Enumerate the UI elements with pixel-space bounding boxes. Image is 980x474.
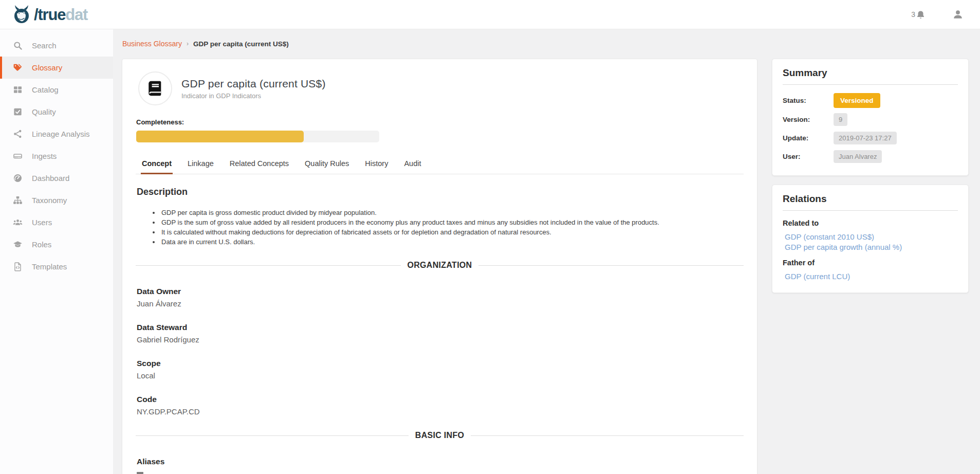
description-bullet: It is calculated without making deductio… — [160, 227, 744, 237]
sidebar-item-label: Templates — [32, 262, 67, 271]
breadcrumb-separator-icon: › — [187, 40, 189, 47]
sidebar-item-dashboard[interactable]: Dashboard — [0, 167, 113, 189]
sidebar-item-catalog[interactable]: Catalog — [0, 79, 113, 101]
bell-icon — [916, 10, 926, 20]
sidebar-item-label: Catalog — [32, 85, 59, 94]
grid-icon — [13, 85, 23, 95]
sidebar-item-label: Taxonomy — [32, 196, 67, 205]
version-badge: 9 — [834, 113, 847, 126]
user-badge: Juan Alvarez — [834, 150, 882, 163]
relations-group-heading: Related to — [783, 219, 958, 227]
check-square-icon — [13, 107, 23, 117]
summary-label: Version: — [783, 116, 834, 123]
breadcrumb-parent-link[interactable]: Business Glossary — [122, 40, 182, 48]
summary-row-user: User: Juan Alvarez — [783, 150, 958, 163]
main-content: Business Glossary › GDP per capita (curr… — [113, 29, 980, 474]
breadcrumb: Business Glossary › GDP per capita (curr… — [122, 40, 969, 48]
tab-audit[interactable]: Audit — [403, 156, 422, 174]
field-label: Data Owner — [137, 287, 744, 296]
tab-linkage[interactable]: Linkage — [187, 156, 215, 174]
section-title: ORGANIZATION — [408, 261, 472, 270]
topbar: /truedat 3 — [0, 0, 980, 29]
truedat-logo[interactable]: /truedat — [11, 4, 87, 25]
field-value: Juan Álvarez — [137, 299, 744, 308]
sidebar-item-roles[interactable]: Roles — [0, 233, 113, 256]
field-value: Gabriel Rodríguez — [137, 335, 744, 344]
user-menu-button[interactable] — [952, 9, 964, 20]
sitemap-icon — [13, 195, 23, 205]
sidebar-item-glossary[interactable]: Glossary — [0, 57, 113, 79]
gauge-icon — [13, 173, 23, 183]
tab-related-concepts[interactable]: Related Concepts — [229, 156, 290, 174]
relations-group-heading: Father of — [783, 259, 958, 267]
sidebar-item-label: Lineage Analysis — [32, 130, 90, 138]
sidebar-item-quality[interactable]: Quality — [0, 101, 113, 123]
summary-label: Update: — [783, 134, 834, 142]
sidebar-item-label: Glossary — [32, 63, 62, 72]
sidebar-item-taxonomy[interactable]: Taxonomy — [0, 189, 113, 211]
tab-history[interactable]: History — [364, 156, 389, 174]
completeness-fill — [136, 131, 304, 142]
field-value: NY.GDP.PCAP.CD — [137, 407, 744, 416]
field-scope: Scope Local — [137, 359, 744, 380]
concept-tabs: Concept Linkage Related Concepts Quality… — [136, 156, 744, 174]
topbar-actions: 3 — [911, 9, 964, 20]
field-label: Scope — [137, 359, 744, 368]
basic-info-divider: BASIC INFO — [136, 431, 744, 440]
concept-card: GDP per capita (current US$) Indicator i… — [122, 59, 757, 474]
notification-count: 3 — [911, 10, 915, 19]
field-aliases: Aliases — [137, 457, 744, 474]
summary-label: User: — [783, 153, 834, 160]
relations-card: Relations Related to GDP (constant 2010 … — [772, 185, 969, 293]
tab-concept[interactable]: Concept — [141, 156, 173, 174]
tab-quality-rules[interactable]: Quality Rules — [304, 156, 350, 174]
book-icon — [146, 80, 164, 97]
status-badge: Versioned — [834, 93, 880, 108]
sidebar-item-ingests[interactable]: Ingests — [0, 145, 113, 167]
relations-title: Relations — [783, 193, 958, 211]
field-data-steward: Data Steward Gabriel Rodríguez — [137, 323, 744, 344]
tag-icon — [13, 63, 23, 72]
description-bullet: GDP per capita is gross domestic product… — [160, 208, 744, 217]
relation-link[interactable]: GDP per capita growth (annual %) — [785, 242, 958, 252]
share-nodes-icon — [13, 129, 23, 139]
relation-link[interactable]: GDP (constant 2010 US$) — [785, 232, 958, 242]
sidebar-item-users[interactable]: Users — [0, 211, 113, 233]
empty-value-dash — [137, 472, 143, 474]
owl-logo-icon — [11, 4, 32, 25]
summary-row-status: Status: Versioned — [783, 93, 958, 108]
field-data-owner: Data Owner Juan Álvarez — [137, 287, 744, 308]
field-label: Aliases — [137, 457, 744, 466]
right-panel: Summary Status: Versioned Version: 9 Upd… — [772, 59, 969, 293]
summary-row-version: Version: 9 — [783, 113, 958, 126]
sidebar-item-search[interactable]: Search — [0, 34, 113, 57]
section-title: BASIC INFO — [415, 431, 464, 440]
drive-icon — [13, 151, 23, 161]
description-heading: Description — [137, 187, 744, 197]
notifications-button[interactable]: 3 — [911, 10, 926, 20]
breadcrumb-current: GDP per capita (current US$) — [193, 40, 289, 48]
field-value: Local — [137, 371, 744, 380]
sidebar-item-label: Dashboard — [32, 174, 69, 183]
description-list: GDP per capita is gross domestic product… — [136, 208, 744, 247]
concept-subtitle: Indicator in GDP Indicators — [181, 92, 326, 100]
sidebar-item-label: Users — [32, 218, 52, 227]
sidebar-item-lineage-analysis[interactable]: Lineage Analysis — [0, 123, 113, 145]
summary-title: Summary — [783, 67, 958, 85]
search-icon — [13, 41, 23, 50]
file-code-icon — [13, 262, 23, 271]
sidebar-item-templates[interactable]: Templates — [0, 256, 113, 278]
user-icon — [952, 9, 964, 20]
concept-header: GDP per capita (current US$) Indicator i… — [138, 71, 744, 105]
relation-link[interactable]: GDP (current LCU) — [785, 271, 958, 282]
description-bullet: Data are in current U.S. dollars. — [160, 237, 744, 247]
field-code: Code NY.GDP.PCAP.CD — [137, 395, 744, 416]
field-label: Code — [137, 395, 744, 404]
sidebar-item-label: Ingests — [32, 152, 57, 160]
completeness-label: Completeness: — [136, 118, 744, 126]
summary-label: Status: — [783, 97, 834, 104]
users-icon — [13, 217, 23, 227]
sidebar-item-label: Roles — [32, 240, 51, 249]
concept-type-badge — [138, 71, 172, 105]
completeness-section: Completeness: — [136, 118, 744, 142]
